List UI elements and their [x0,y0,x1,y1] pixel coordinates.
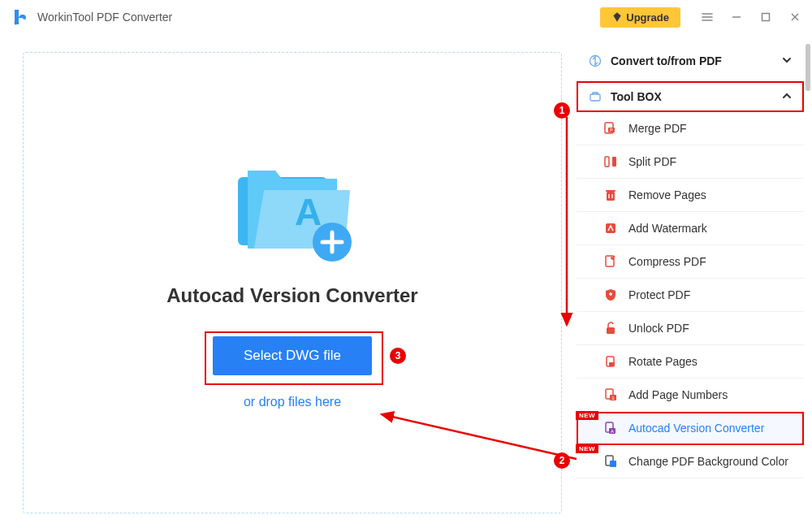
chevron-up-icon [781,90,793,104]
new-badge: NEW [576,411,598,420]
tool-split-pdf[interactable]: Split PDF [577,145,804,179]
merge-icon: P [603,120,619,136]
tool-label: Autocad Version Converter [628,422,764,435]
tool-label: Unlock PDF [628,322,689,335]
tool-remove-pages[interactable]: Remove Pages [577,179,804,212]
trash-icon [603,187,619,203]
diamond-icon [611,11,623,23]
svg-rect-13 [606,190,615,192]
main-pane: A Autocad Version Converter Select DWG f… [0,34,577,528]
hamburger-icon[interactable] [700,10,715,24]
svg-rect-12 [607,192,615,201]
tool-label: Add Page Numbers [628,388,728,401]
tool-add-watermark[interactable]: Add Watermark [577,212,804,245]
tool-change-bg-color[interactable]: NEW Change PDF Background Color [577,445,804,478]
titlebar: WorkinTool PDF Converter Upgrade [0,0,812,34]
tool-label: Remove Pages [628,188,706,201]
tool-label: Rotate Pages [628,355,698,368]
body-area: A Autocad Version Converter Select DWG f… [0,34,812,528]
drop-hint: or drop files here [244,395,341,409]
svg-text:A: A [295,191,322,233]
app-title: WorkinTool PDF Converter [37,11,172,24]
svg-rect-6 [590,94,600,101]
svg-rect-16 [607,327,615,334]
select-file-row: Select DWG file 3 [213,336,372,375]
upgrade-button[interactable]: Upgrade [600,7,680,28]
toolbox-icon [588,89,603,104]
new-badge: NEW [576,444,598,453]
tool-compress-pdf[interactable]: Compress PDF [577,245,804,279]
watermark-icon [603,220,619,236]
tool-label: Change PDF Background Color [628,455,788,468]
select-file-button[interactable]: Select DWG file [213,336,372,375]
tool-label: Add Watermark [628,222,707,235]
window-controls [700,10,802,24]
tool-merge-pdf[interactable]: P Merge PDF [577,112,804,145]
page-title: Autocad Version Converter [166,284,417,307]
annotation-badge-2: 2 [554,452,570,469]
drop-zone[interactable]: A Autocad Version Converter Select DWG f… [23,52,562,513]
folder-illustration: A [223,156,361,270]
convert-icon [588,54,603,68]
annotation-badge-3: 3 [390,348,406,364]
svg-rect-1 [762,14,770,21]
app-logo [10,6,31,28]
rotate-icon [603,353,619,370]
section-convert[interactable]: Convert to/from PDF [577,45,804,76]
svg-rect-18 [609,362,615,366]
tool-label: Merge PDF [628,122,687,135]
sidebar: Convert to/from PDF Tool BOX P Merge PDF [577,34,812,528]
svg-rect-26 [610,461,616,467]
bg-color-icon [603,453,619,470]
tool-autocad-converter[interactable]: NEW A Autocad Version Converter [577,412,804,445]
section-convert-label: Convert to/from PDF [611,54,722,67]
shield-icon [603,287,619,303]
chevron-down-icon [781,54,793,68]
svg-rect-10 [605,157,609,167]
svg-text:A: A [611,429,614,434]
tool-label: Protect PDF [628,288,690,301]
tool-unlock-pdf[interactable]: Unlock PDF [577,312,804,345]
tool-protect-pdf[interactable]: Protect PDF [577,279,804,312]
upgrade-label: Upgrade [626,11,669,24]
minimize-button[interactable] [729,10,744,24]
autocad-icon: A [603,420,619,436]
section-toolbox-label: Tool BOX [611,90,662,103]
svg-rect-11 [612,157,616,167]
section-toolbox[interactable]: Tool BOX [577,81,804,112]
unlock-icon [603,320,619,336]
tool-label: Compress PDF [628,255,706,268]
compress-icon [603,253,619,270]
scrollbar[interactable] [806,44,810,91]
tool-label: Split PDF [628,155,676,168]
panel-list: Convert to/from PDF Tool BOX P Merge PDF [577,45,812,478]
close-button[interactable] [788,10,802,24]
split-icon [603,154,619,170]
page-number-icon: 1 [603,387,619,403]
tool-add-page-numbers[interactable]: 1 Add Page Numbers [577,379,804,412]
annotation-badge-1: 1 [554,102,570,119]
tool-rotate-pages[interactable]: Rotate Pages [577,345,804,379]
maximize-button[interactable] [758,10,773,24]
